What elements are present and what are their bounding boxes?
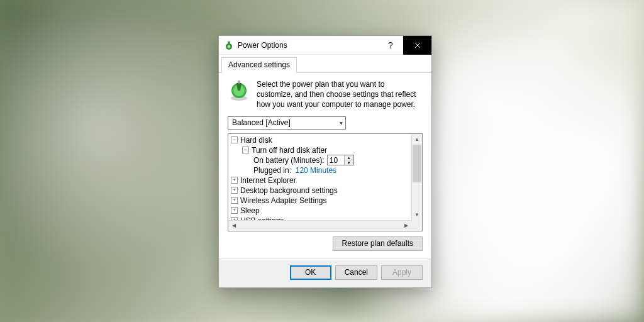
expand-icon[interactable]: + <box>231 207 238 214</box>
expand-icon[interactable]: + <box>231 197 238 204</box>
tree-item-internet-explorer[interactable]: + Internet Explorer <box>231 175 411 186</box>
dialog-content: Select the power plan that you want to c… <box>219 73 431 258</box>
power-options-dialog: Power Options ? Advanced settings Select… <box>218 35 432 288</box>
tree-item-usb[interactable]: + USB settings <box>231 216 411 220</box>
intro-row: Select the power plan that you want to c… <box>228 79 423 110</box>
tree-item-sleep[interactable]: + Sleep <box>231 206 411 216</box>
scroll-up-icon[interactable]: ▲ <box>412 134 422 145</box>
plan-selected-label: Balanced [Active] <box>232 118 291 127</box>
titlebar[interactable]: Power Options ? <box>219 36 431 55</box>
scroll-right-icon[interactable]: ▶ <box>401 221 411 231</box>
restore-defaults-button[interactable]: Restore plan defaults <box>333 236 423 251</box>
help-button[interactable]: ? <box>378 36 403 55</box>
tree-item-hard-disk[interactable]: − Hard disk <box>231 135 411 145</box>
dialog-footer: OK Cancel Apply <box>219 258 431 287</box>
apply-button: Apply <box>381 265 423 280</box>
plugged-in-value-link[interactable]: 120 Minutes <box>296 166 336 175</box>
tree-item-wireless-adapter[interactable]: + Wireless Adapter Settings <box>231 196 411 206</box>
expand-icon[interactable]: + <box>231 177 238 184</box>
svg-rect-6 <box>240 80 241 84</box>
on-battery-value[interactable]: 10 <box>328 155 344 165</box>
tree-item-turn-off-hard-disk[interactable]: − Turn off hard disk after <box>231 145 411 155</box>
tree-item-on-battery[interactable]: On battery (Minutes): 10 ▲▼ <box>231 155 411 165</box>
scrollbar-corner <box>411 220 422 231</box>
collapse-icon[interactable]: − <box>231 136 238 143</box>
collapse-icon[interactable]: − <box>242 147 249 153</box>
vertical-scrollbar[interactable]: ▲ ▼ <box>411 134 422 220</box>
close-button[interactable] <box>403 36 431 55</box>
tree-item-desktop-background[interactable]: + Desktop background settings <box>231 186 411 196</box>
tab-strip: Advanced settings <box>219 55 431 73</box>
intro-text: Select the power plan that you want to c… <box>257 79 423 110</box>
cancel-button[interactable]: Cancel <box>335 265 377 280</box>
power-plan-select[interactable]: Balanced [Active] ▾ <box>228 116 346 130</box>
power-plan-icon <box>228 79 250 102</box>
scroll-down-icon[interactable]: ▼ <box>412 209 422 220</box>
scroll-left-icon[interactable]: ◀ <box>228 221 239 231</box>
scrollbar-thumb[interactable] <box>413 145 421 182</box>
spin-up-icon[interactable]: ▲ <box>345 155 353 160</box>
power-icon <box>224 40 234 50</box>
tree-item-plugged-in[interactable]: Plugged in: 120 Minutes <box>231 165 411 175</box>
svg-rect-5 <box>238 80 239 84</box>
settings-tree: − Hard disk − Turn off hard disk after O… <box>228 133 423 231</box>
chevron-down-icon: ▾ <box>340 119 343 126</box>
svg-point-1 <box>228 45 231 48</box>
window-title: Power Options <box>238 41 378 50</box>
expand-icon[interactable]: + <box>231 187 238 194</box>
horizontal-scrollbar[interactable]: ◀ ▶ <box>228 220 411 231</box>
spin-down-icon[interactable]: ▼ <box>345 160 353 165</box>
on-battery-minutes-spinner[interactable]: 10 ▲▼ <box>327 155 354 165</box>
tab-advanced-settings[interactable]: Advanced settings <box>221 57 297 73</box>
ok-button[interactable]: OK <box>290 265 331 280</box>
